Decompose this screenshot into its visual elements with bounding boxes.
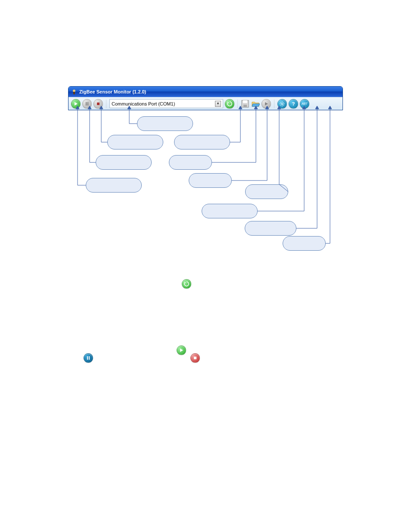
settings-button[interactable] xyxy=(277,99,287,109)
svg-rect-2 xyxy=(86,102,87,106)
separator xyxy=(274,100,274,108)
callout-replay xyxy=(245,184,288,199)
play-button[interactable] xyxy=(71,99,81,109)
svg-rect-3 xyxy=(87,102,88,106)
com-port-select[interactable]: Communications Port (COM1) ▼ xyxy=(109,99,223,108)
svg-line-13 xyxy=(280,102,281,103)
save-button[interactable] xyxy=(241,100,249,108)
refresh-inline-icon xyxy=(182,279,191,289)
dropdown-arrow-icon[interactable]: ▼ xyxy=(215,101,221,107)
callout-settings xyxy=(202,204,258,218)
titlebar[interactable]: ZigBee Sensor Monitor (1.2.0) xyxy=(68,87,342,97)
separator xyxy=(106,100,106,108)
callout-stop xyxy=(107,135,163,149)
callout-help xyxy=(245,221,296,236)
svg-point-8 xyxy=(281,103,283,105)
pause-button[interactable] xyxy=(82,99,92,109)
svg-rect-18 xyxy=(87,356,88,360)
open-button[interactable] xyxy=(251,100,260,108)
app-window: ZigBee Sensor Monitor (1.2.0) Communicat… xyxy=(68,86,343,110)
window-title: ZigBee Sensor Monitor (1.2.0) xyxy=(79,89,146,94)
svg-rect-4 xyxy=(97,103,100,105)
svg-line-14 xyxy=(283,105,284,105)
stop-inline-icon xyxy=(190,353,200,363)
callout-com-port xyxy=(137,116,193,131)
refresh-button[interactable] xyxy=(225,99,234,109)
toolbar: Communications Port (COM1) ▼ ? ABT xyxy=(68,97,342,110)
callout-play xyxy=(86,178,142,193)
help-button[interactable]: ? xyxy=(289,99,298,109)
callout-pause xyxy=(96,155,152,170)
stop-button[interactable] xyxy=(93,99,103,109)
callout-about xyxy=(283,236,326,251)
callout-refresh xyxy=(174,135,230,149)
svg-rect-7 xyxy=(243,105,247,107)
callout-open xyxy=(189,173,232,188)
callout-save xyxy=(169,155,212,170)
play-inline-icon xyxy=(177,345,186,355)
svg-line-16 xyxy=(283,102,284,103)
connector-lines xyxy=(0,0,411,345)
svg-rect-1 xyxy=(73,92,75,94)
about-button[interactable]: ABT xyxy=(300,99,309,109)
svg-line-15 xyxy=(280,105,281,105)
pause-inline-icon xyxy=(84,353,93,363)
separator xyxy=(237,100,238,108)
com-port-selected-text: Communications Port (COM1) xyxy=(112,101,175,106)
replay-button[interactable] xyxy=(262,99,271,109)
svg-rect-6 xyxy=(243,100,247,103)
svg-rect-19 xyxy=(89,356,90,360)
app-icon xyxy=(71,89,77,95)
svg-rect-17 xyxy=(194,357,196,359)
